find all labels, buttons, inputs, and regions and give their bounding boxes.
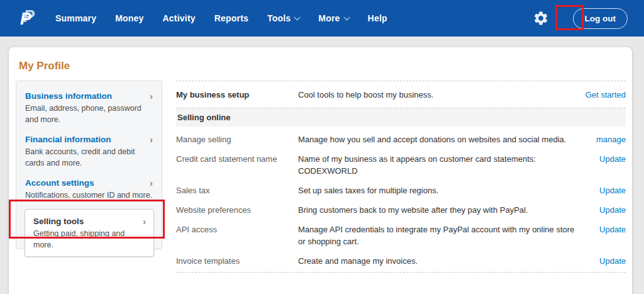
sidebar-item-title: Business information — [25, 90, 112, 102]
sidebar-item-selling-tools[interactable]: Selling tools › Getting paid, shipping a… — [25, 209, 154, 257]
section-header-selling-online: Selling online — [176, 108, 626, 127]
sidebar-item-title: Selling tools — [33, 215, 84, 227]
row-description: Cool tools to help boost my business. — [298, 89, 575, 101]
row-description: Bring customers back to my website after… — [298, 204, 575, 216]
chevron-right-icon: › — [143, 217, 146, 226]
row-website-preferences: Website preferences Bring customers back… — [176, 200, 626, 219]
row-invoice-templates: Invoice templates Create and manage my i… — [176, 251, 626, 270]
nav-item-money[interactable]: Money — [115, 13, 143, 23]
sidebar-item-title: Financial information — [25, 133, 111, 145]
sidebar-item-business-information[interactable]: Business information › Email, address, p… — [25, 90, 153, 125]
row-description: Manage API credentials to integrate my P… — [298, 223, 575, 247]
row-label: Website preferences — [176, 204, 298, 216]
row-label: My business setup — [176, 89, 298, 101]
sidebar-item-account-settings[interactable]: Account settings › Notifications, custom… — [25, 177, 153, 201]
chevron-right-icon: › — [150, 135, 153, 144]
section-title: Selling online — [177, 113, 231, 122]
row-label: Manage selling — [176, 133, 298, 145]
sidebar-item-title: Account settings — [25, 177, 94, 189]
row-manage-selling: Manage selling Manage how you sell and a… — [176, 129, 626, 149]
paypal-logo[interactable]: P P — [18, 8, 39, 29]
nav-item-help[interactable]: Help — [368, 13, 387, 23]
row-label: Sales tax — [176, 184, 298, 196]
update-link[interactable]: Update — [575, 204, 626, 216]
row-label: Credit card statement name — [176, 153, 298, 177]
sidebar-item-financial-information[interactable]: Financial information › Bank accounts, c… — [25, 133, 153, 169]
divider — [176, 272, 626, 273]
row-description: Create and manage my invoices. — [298, 255, 575, 267]
update-link[interactable]: Update — [575, 255, 626, 267]
update-link[interactable]: Update — [575, 223, 626, 247]
profile-sidebar: Business information › Email, address, p… — [16, 81, 162, 249]
nav-item-tools[interactable]: Tools — [267, 13, 299, 23]
manage-link[interactable]: manage — [575, 133, 626, 145]
page-title: My Profile — [19, 60, 70, 72]
top-navbar: P P Summary Money Activity Reports Tools… — [0, 0, 644, 37]
sidebar-item-description: Bank accounts, credit and debit cards an… — [25, 146, 153, 169]
chevron-right-icon: › — [150, 179, 153, 188]
settings-main-panel: My business setup Cool tools to help boo… — [176, 81, 626, 273]
sidebar-item-description: Email, address, phone, password and more… — [25, 103, 153, 125]
selling-online-rows: Manage selling Manage how you sell and a… — [176, 129, 626, 270]
nav-item-activity[interactable]: Activity — [163, 13, 196, 23]
sidebar-item-description: Getting paid, shipping and more. — [33, 228, 146, 251]
row-description: Set up sales taxes for multiple regions. — [298, 184, 575, 196]
nav-item-summary[interactable]: Summary — [55, 13, 96, 23]
row-my-business-setup: My business setup Cool tools to help boo… — [176, 81, 626, 108]
nav-item-more[interactable]: More — [318, 13, 348, 23]
logout-button[interactable]: Log out — [573, 8, 628, 29]
profile-content-card: My Profile Business information › Email,… — [9, 47, 632, 294]
update-link[interactable]: Update — [575, 184, 626, 196]
row-label: Invoice templates — [176, 255, 298, 267]
nav-item-reports[interactable]: Reports — [214, 13, 248, 23]
row-sales-tax: Sales tax Set up sales taxes for multipl… — [176, 180, 626, 200]
sidebar-item-description: Notifications, customer ID and more. — [25, 189, 153, 201]
update-link[interactable]: Update — [575, 153, 626, 177]
chevron-down-icon — [294, 14, 301, 20]
nav-menu: Summary Money Activity Reports Tools Mor… — [55, 13, 406, 23]
row-api-access: API access Manage API credentials to int… — [176, 219, 626, 251]
settings-gear-icon[interactable] — [533, 10, 549, 26]
chevron-right-icon: › — [150, 92, 153, 101]
row-description: Name of my business as it appears on cus… — [298, 153, 575, 177]
row-credit-card-statement-name: Credit card statement name Name of my bu… — [176, 149, 626, 180]
row-label: API access — [176, 223, 298, 247]
row-description: Manage how you sell and accept donations… — [298, 133, 575, 145]
chevron-down-icon — [343, 14, 350, 20]
get-started-link[interactable]: Get started — [575, 89, 626, 101]
